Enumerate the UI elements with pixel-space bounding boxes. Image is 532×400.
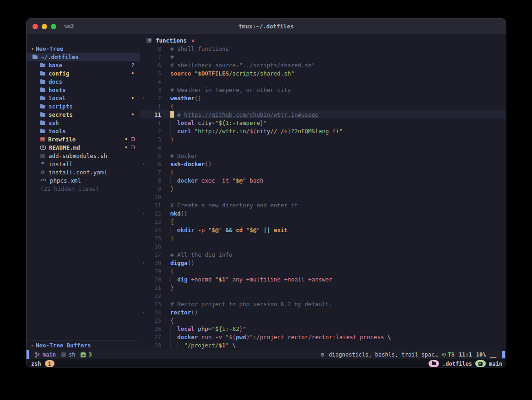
code-line-23[interactable]: 14▏ mkdir -p "$@" && cd "$@" || exit [140,226,506,234]
code-line-5[interactable]: 4 [140,77,506,86]
tree-item-label: ~/.dotfiles [41,54,79,60]
code-token: mkd [170,210,181,217]
tree-item-install-conf-yaml[interactable]: ⚙install.conf.yaml [27,168,140,176]
tree-item-hosts[interactable]: hosts [27,86,140,94]
tmux-session-badge [429,360,439,367]
code-line-text: digga() [170,259,195,266]
code-token: # Create a new directory and enter it [170,202,298,209]
tree-item-secrets[interactable]: secrets• [27,110,140,119]
code-token: $@ [236,177,243,184]
code-token: city= [195,119,215,126]
code-line-17[interactable]: 8▏ docker exec -it "$@" bash [140,176,506,184]
code-line-6[interactable]: 3# Weather in Tampere, or other city [140,86,506,94]
code-line-37[interactable]: 28▏ ▏ "/project/$1" \ [140,341,506,349]
window-title: tmux:~/.dotfiles [27,23,506,30]
git-modified-icon: • [131,96,135,100]
code-line-14[interactable]: 5# Docker [140,151,506,160]
line-number: 28 [147,342,161,349]
code-line-21[interactable]: ▾12mkd() [140,209,506,217]
tab-close-icon[interactable]: × [191,37,195,44]
tree-item-phpcs-xml[interactable]: <?>phpcs.xml [27,176,140,184]
tree-item-label: config [49,70,69,77]
code-line-3[interactable]: 6# shellcheck source="../scripts/shared.… [140,61,506,69]
tree-item-config[interactable]: config• [27,69,140,77]
fold-open-icon[interactable]: ▾ [140,211,147,216]
code-line-7[interactable]: ▾2weather() [140,94,506,102]
tree-item-docs[interactable]: docs [27,77,140,86]
code-line-35[interactable]: 26▏ local php="${1:-82}" [140,324,506,333]
titlebar[interactable]: ⌥⌘2 tmux:~/.dotfiles [27,19,506,34]
code-token: { [170,103,174,110]
code-line-24[interactable]: 15} [140,234,506,242]
tree-item-local[interactable]: local• [27,94,140,102]
tree-item-label: docs [49,78,62,85]
code-line-2[interactable]: 7# [140,53,506,61]
code-line-12[interactable]: 3} [140,135,506,143]
code-line-text: weather() [170,95,201,102]
code-line-9[interactable]: 11 # https://github.com/chubin/wttr.in#u… [140,110,506,119]
tree-item-base[interactable]: base? [27,61,140,69]
tree-buffers-header[interactable]: ▸ Neo-Tree Buffers [27,340,140,350]
code-line-31[interactable]: 22 [140,292,506,300]
code-line-28[interactable]: 19{ [140,267,506,275]
code-line-25[interactable]: 16 [140,242,506,250]
tree-header[interactable]: ▾ Neo-Tree [27,44,140,53]
tree-item-dotfiles[interactable]: ~/.dotfiles [27,53,140,61]
fold-open-icon[interactable]: ▾ [140,162,147,166]
code-line-19[interactable]: 10 [140,193,506,201]
line-number: 8 [147,45,161,52]
code-token: ssh-docker [170,161,205,168]
code-token: cd [236,227,243,233]
scrollbar-thumb[interactable] [502,351,505,358]
code-line-29[interactable]: 20▏ dig +nocmd "$1" any +multiline +noal… [140,275,506,283]
code-line-15[interactable]: ▾6ssh-docker() [140,160,506,168]
code-line-30[interactable]: 21} [140,283,506,292]
tree-item-21-hidden-items[interactable]: (21 hidden items) [27,184,140,193]
tree-item-add-submodules-sh[interactable]: >_add-submodules.sh [27,151,140,160]
line-number: 3 [147,136,161,143]
zoom-button[interactable] [51,24,56,29]
code-line-22[interactable]: 13{ [140,217,506,226]
code-line-16[interactable]: 7{ [140,168,506,176]
tree-item-tools[interactable]: tools [27,127,140,135]
line-number: 6 [147,62,161,69]
code-line-8[interactable]: 1{ [140,102,506,110]
fold-open-icon[interactable]: ▾ [140,260,147,265]
code-line-4[interactable]: 5source "$DOTFILES/scripts/shared.sh" [140,69,506,77]
tree-item-install[interactable]: *install [27,160,140,168]
code-line-27[interactable]: ▾18digga() [140,259,506,267]
tree-item-ssh[interactable]: ssh [27,119,140,127]
code-line-33[interactable]: ▾24rector() [140,308,506,316]
fold-open-icon[interactable]: ▾ [140,310,147,314]
tree-item-readme-md[interactable]: MREADME.md• [27,143,140,151]
traffic-lights [33,24,56,29]
code-line-text: ▏ dig +nocmd "$1" any +multiline +noall … [170,276,332,283]
line-number: 3 [147,86,161,93]
code-line-13[interactable]: 4 [140,143,506,151]
code-token: :/project rector/rector:latest process [253,334,384,341]
tmux-window-zsh[interactable]: zsh 1 [31,360,54,367]
minimize-button[interactable] [42,24,47,29]
code-token: () [191,309,198,316]
code-line-11[interactable]: 2▏ curl "http://wttr.in/${city// /+}?2nF… [140,127,506,135]
code-line-text: { [170,218,174,225]
chevron-down-icon: ▾ [29,46,36,51]
tab-functions[interactable]: functions [156,37,187,44]
code-line-1[interactable]: 8# shell functions [140,44,506,53]
code-line-20[interactable]: 11# Create a new directory and enter it [140,201,506,209]
tree-item-brewfile[interactable]: Brewfile• [27,135,140,143]
code-token [205,227,208,233]
code-token [212,276,215,283]
line-number: 1 [147,119,161,126]
code-line-18[interactable]: 9} [140,184,506,193]
fold-open-icon[interactable]: ▾ [140,96,147,100]
code-line-10[interactable]: 1▏ local city="${1:-Tampere}" [140,119,506,127]
close-button[interactable] [33,24,38,29]
line-number: 14 [147,227,161,233]
code-line-36[interactable]: 27▏ docker run -v "$(pwd)":/project rect… [140,333,506,341]
code-line-34[interactable]: 25{ [140,316,506,324]
code-line-26[interactable]: 17# All the dig info [140,250,506,259]
tree-item-scripts[interactable]: scripts [27,102,140,110]
code-line-32[interactable]: 23# Rector project to php version 8.2 by… [140,300,506,308]
code-token [198,334,201,341]
